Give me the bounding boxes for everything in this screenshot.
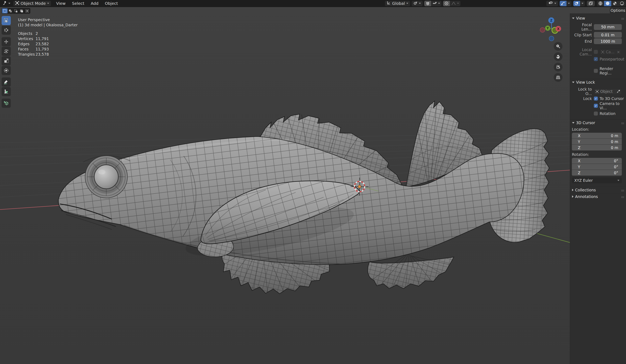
local-camera-object-field[interactable]: Ca... × — [599, 49, 622, 55]
camera-view-button[interactable] — [554, 63, 562, 71]
show-gizmo-dropdown[interactable] — [546, 1, 558, 6]
snap-magnet-toggle[interactable] — [424, 1, 431, 6]
chevron-down-icon — [406, 3, 408, 4]
rotation-order-dropdown[interactable]: XYZ Euler — [572, 177, 622, 183]
tool-select-box[interactable] — [1, 16, 11, 25]
lock-to-object-field[interactable]: Object — [594, 88, 622, 95]
cursor-rotation-y[interactable]: Y 0° — [572, 164, 622, 170]
gizmos-dropdown[interactable] — [566, 1, 571, 6]
tool-cursor[interactable] — [1, 26, 11, 35]
cursor-location-z[interactable]: Z 0 m — [572, 145, 622, 150]
tool-rotate[interactable] — [1, 47, 11, 56]
pivot-point-dropdown[interactable] — [412, 1, 423, 6]
shading-wireframe-button[interactable] — [597, 1, 604, 6]
select-subtract-icon — [14, 9, 18, 13]
menu-object[interactable]: Object — [102, 0, 121, 7]
sidebar-tab-options[interactable]: Options — [610, 7, 626, 13]
select-mode-invert-button[interactable] — [19, 8, 24, 13]
tool-scale[interactable] — [1, 56, 11, 66]
grip-icon[interactable] — [622, 196, 624, 197]
lock-to-3d-cursor-checkbox[interactable] — [594, 97, 598, 100]
menu-select[interactable]: Select — [69, 0, 87, 7]
3d-viewport[interactable]: User Perspective (1) 3d model | Okaloosa… — [0, 7, 626, 364]
cursor-rotation-z[interactable]: Z 0° — [572, 170, 622, 176]
focal-length-row: Focal Len... 50 mm — [570, 23, 626, 31]
select-mode-intersect-button[interactable] — [24, 8, 30, 13]
axis-neg-z-ball[interactable] — [549, 36, 554, 41]
xray-toggle[interactable] — [587, 1, 595, 6]
grip-icon[interactable] — [622, 123, 624, 123]
xray-icon — [589, 1, 593, 5]
zoom-button[interactable] — [554, 42, 562, 51]
cursor-location-y[interactable]: Y 0 m — [572, 139, 622, 144]
section-header-view[interactable]: View — [570, 15, 626, 21]
axis-neg-x-ball[interactable] — [540, 28, 545, 32]
section-header-view-lock[interactable]: View Lock — [570, 79, 626, 85]
clip-start-field[interactable]: 0.01 m — [594, 32, 622, 38]
fish-model[interactable] — [58, 101, 549, 294]
section-header-collections[interactable]: Collections — [570, 187, 626, 193]
eyedropper-icon[interactable] — [617, 90, 620, 93]
active-object-label: (1) 3d model | Okaloosa_Darter — [18, 22, 78, 28]
tool-add-cube[interactable] — [1, 99, 11, 108]
tool-measure[interactable] — [1, 87, 11, 96]
tool-move[interactable] — [1, 37, 11, 46]
expand-arrow-icon — [572, 189, 574, 191]
navigation-gizmo[interactable]: Y X Z — [537, 15, 565, 43]
tool-transform[interactable] — [1, 66, 11, 75]
cursor-rotation-x[interactable]: X 0° — [572, 158, 622, 164]
clip-end-field[interactable]: 1000 m — [594, 38, 622, 44]
passepartout-checkbox[interactable] — [594, 57, 598, 61]
clear-icon[interactable]: × — [617, 50, 620, 54]
editor-type-button[interactable] — [1, 1, 12, 6]
expand-arrow-icon — [572, 195, 574, 198]
shading-material-button[interactable] — [611, 1, 618, 6]
render-region-checkbox[interactable] — [594, 69, 598, 73]
overlays-icon — [575, 1, 579, 5]
stat-objects: Objects2 — [18, 31, 78, 36]
tool-annotate[interactable] — [1, 77, 11, 87]
pan-button[interactable] — [554, 52, 562, 61]
viewport-header: Object Mode View Select Add Object Globa… — [0, 0, 626, 7]
stat-faces: Faces11,793 — [18, 46, 78, 52]
editor-3d-viewport-icon — [2, 1, 7, 6]
rendered-sphere-icon — [620, 1, 624, 6]
select-mode-set-button[interactable] — [2, 8, 8, 13]
proportional-circle-icon — [444, 1, 448, 5]
snap-to-dropdown[interactable] — [431, 1, 441, 6]
snapping-group — [424, 1, 441, 6]
grid-icon — [556, 75, 560, 80]
proportional-editing-toggle[interactable] — [443, 1, 450, 6]
transform-orientation-dropdown[interactable]: Global — [385, 1, 410, 6]
select-mode-extend-button[interactable] — [8, 8, 13, 13]
camera-icon — [556, 65, 560, 69]
menu-add[interactable]: Add — [87, 0, 102, 7]
overlays-dropdown[interactable] — [580, 1, 585, 6]
proportional-falloff-dropdown[interactable] — [450, 1, 460, 6]
grip-icon[interactable] — [622, 190, 624, 190]
focal-length-field[interactable]: 50 mm — [594, 24, 622, 30]
shading-solid-button[interactable] — [604, 1, 611, 6]
cursor-location-x[interactable]: X 0 m — [572, 133, 622, 138]
select-mode-subtract-button[interactable] — [13, 8, 19, 13]
solid-sphere-icon — [605, 1, 610, 6]
toggle-ortho-button[interactable] — [554, 73, 562, 82]
show-overlays-toggle[interactable] — [573, 1, 580, 6]
viewport-nav-buttons — [554, 42, 562, 82]
axis-x-label: X — [557, 27, 559, 31]
show-gizmos-toggle[interactable] — [560, 1, 566, 6]
select-box-icon — [3, 18, 9, 23]
menu-view[interactable]: View — [53, 0, 69, 7]
magnet-icon — [426, 1, 430, 5]
shading-modes — [597, 1, 626, 6]
local-camera-checkbox[interactable] — [594, 50, 598, 54]
camera-to-view-checkbox[interactable] — [594, 104, 598, 108]
grip-icon[interactable] — [622, 18, 624, 19]
chevron-down-icon — [419, 3, 421, 4]
section-header-annotations[interactable]: Annotations — [570, 193, 626, 200]
mode-dropdown[interactable]: Object Mode — [13, 1, 51, 6]
shading-rendered-button[interactable] — [618, 1, 626, 6]
section-header-3d-cursor[interactable]: 3D Cursor — [570, 119, 626, 126]
lock-rotation-checkbox[interactable] — [594, 112, 598, 116]
collapse-arrow-icon — [572, 82, 575, 83]
